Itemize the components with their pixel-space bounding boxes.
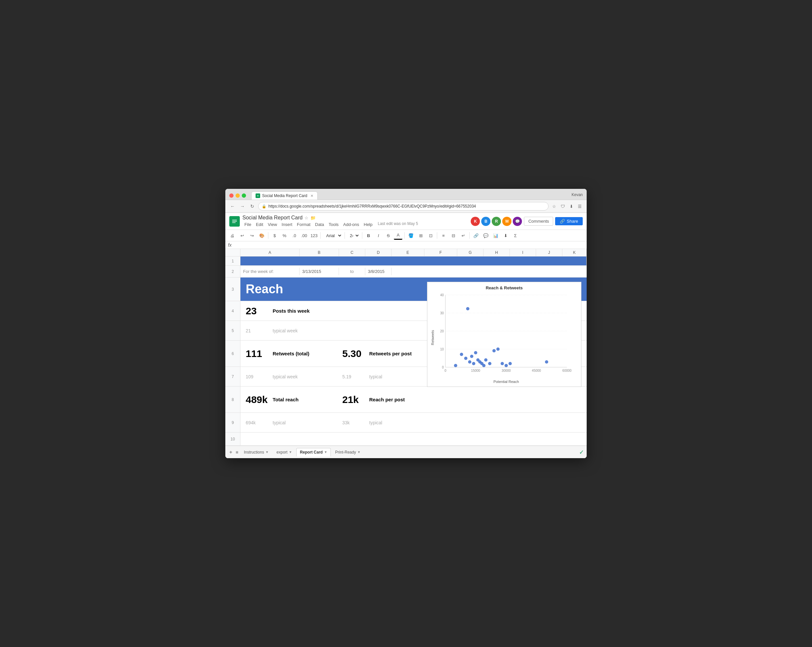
menu-file[interactable]: File (243, 221, 253, 227)
cell-10-rest (240, 433, 587, 446)
tab-print-ready[interactable]: Print-Ready ▼ (331, 448, 364, 456)
row-num-5: 5 (225, 321, 240, 340)
print-icon[interactable]: 🖨 (228, 231, 237, 240)
percent-icon[interactable]: % (280, 231, 289, 240)
menu-tools[interactable]: Tools (327, 221, 340, 227)
col-header-b[interactable]: B (299, 249, 339, 256)
col-header-f[interactable]: F (424, 249, 457, 256)
avatar-5: 💬 (513, 217, 522, 226)
bookmark-icon[interactable]: ☆ (551, 203, 558, 210)
col-header-g[interactable]: G (457, 249, 484, 256)
col-header-c[interactable]: C (339, 249, 365, 256)
tab-title: Social Media Report Card (262, 194, 307, 198)
forward-button[interactable]: → (238, 202, 246, 210)
menu-addons[interactable]: Add-ons (341, 221, 361, 227)
rpp2-typical-label: typical (369, 420, 382, 425)
separator-6 (437, 232, 437, 239)
col-header-e[interactable]: E (392, 249, 424, 256)
table-row[interactable]: 10 (225, 433, 587, 446)
rpp2-label: Reach per post (369, 397, 405, 402)
menu-help[interactable]: Help (362, 221, 374, 227)
menu-icon[interactable]: ☰ (576, 203, 583, 210)
fill-color-button[interactable]: 🪣 (407, 231, 415, 240)
redo-icon[interactable]: ↪ (248, 231, 256, 240)
link-button[interactable]: 🔗 (472, 231, 480, 240)
tab-export-arrow: ▼ (289, 450, 292, 454)
minimize-button[interactable] (235, 194, 240, 198)
table-row[interactable]: 1 (225, 256, 587, 266)
comment-button[interactable]: 💬 (482, 231, 490, 240)
filter-button[interactable]: ⬇ (501, 231, 510, 240)
menu-view[interactable]: View (266, 221, 279, 227)
url-text: https://docs.google.com/spreadsheets/d/1… (269, 204, 545, 209)
italic-button[interactable]: I (374, 231, 383, 240)
tab-instructions-label: Instructions (244, 450, 264, 455)
font-color-button[interactable]: A (394, 231, 402, 240)
table-row[interactable]: 2 For the week of: 3/13/2015 to 3/8/2015 (225, 266, 587, 278)
col-headers: A B C D E F G H I J K (225, 249, 587, 256)
table-row[interactable]: 8 489k Total reach 21k Reach per post (225, 386, 587, 413)
svg-point-22 (454, 364, 457, 367)
rpp-typical-label: typical (369, 374, 382, 379)
sheets-toolbar: 🖨 ↩ ↪ 🎨 $ % .0 .00 123 Arial 24 B I S A … (225, 230, 587, 241)
folder-icon[interactable]: 📁 (310, 215, 316, 220)
svg-point-36 (492, 349, 496, 352)
format-number-icon[interactable]: 123 (310, 231, 318, 240)
share-button[interactable]: 🔗 Share (555, 217, 583, 225)
borders-button[interactable]: ⊞ (417, 231, 425, 240)
menu-insert[interactable]: Insert (279, 221, 294, 227)
bold-button[interactable]: B (364, 231, 373, 240)
maximize-button[interactable] (242, 194, 246, 198)
sheet-menu-button[interactable]: ≡ (234, 450, 240, 455)
browser-tab[interactable]: ≡ Social Media Report Card ✕ (251, 191, 317, 200)
align-center-button[interactable]: ⊟ (449, 231, 458, 240)
col-header-h[interactable]: H (484, 249, 510, 256)
tab-export[interactable]: export ▼ (273, 448, 296, 456)
col-header-j[interactable]: J (536, 249, 562, 256)
extension-icon[interactable]: 🛡 (559, 203, 566, 210)
svg-text:45000: 45000 (532, 369, 541, 372)
font-family-selector[interactable]: Arial (322, 232, 343, 240)
download-icon[interactable]: ⬇ (568, 203, 575, 210)
col-header-k[interactable]: K (562, 249, 587, 256)
merge-button[interactable]: ⊡ (426, 231, 435, 240)
tab-report-card[interactable]: Report Card ▼ (296, 448, 331, 456)
col-header-d[interactable]: D (365, 249, 392, 256)
address-bar[interactable]: 🔒 https://docs.google.com/spreadsheets/d… (258, 202, 549, 211)
col-header-a[interactable]: A (240, 249, 299, 256)
wrap-button[interactable]: ↵ (459, 231, 467, 240)
strikethrough-button[interactable]: S (384, 231, 392, 240)
sheets-container: Social Media Report Card ☆ 📁 File Edit V… (225, 213, 587, 458)
decimal-dec-icon[interactable]: .0 (290, 231, 299, 240)
decimal-inc-icon[interactable]: .00 (300, 231, 308, 240)
back-button[interactable]: ← (229, 202, 237, 210)
totalreach-value: 489k (246, 394, 269, 405)
refresh-button[interactable]: ↻ (248, 202, 256, 210)
col-header-i[interactable]: I (510, 249, 536, 256)
menu-data[interactable]: Data (313, 221, 326, 227)
retweets-value: 111 (246, 348, 269, 359)
table-row[interactable]: 9 694k typical 33k typical (225, 413, 587, 433)
svg-point-40 (508, 362, 512, 365)
close-button[interactable] (229, 194, 234, 198)
chart-button[interactable]: 📊 (491, 231, 500, 240)
svg-point-37 (496, 348, 500, 351)
cell-1-a[interactable] (240, 256, 587, 266)
currency-icon[interactable]: $ (270, 231, 279, 240)
add-sheet-button[interactable]: + (228, 449, 234, 455)
paint-format-icon[interactable]: 🎨 (258, 231, 266, 240)
share-icon: 🔗 (560, 219, 565, 224)
separator-7 (469, 232, 470, 239)
star-icon[interactable]: ☆ (304, 215, 308, 220)
undo-icon[interactable]: ↩ (238, 231, 246, 240)
function-button[interactable]: Σ (511, 231, 520, 240)
tab-instructions[interactable]: Instructions ▼ (240, 448, 272, 456)
menu-format[interactable]: Format (295, 221, 312, 227)
align-left-button[interactable]: ≡ (439, 231, 448, 240)
browser-toolbar-icons: ☆ 🛡 ⬇ ☰ (551, 203, 583, 210)
tab-close-icon[interactable]: ✕ (310, 194, 313, 198)
svg-point-35 (488, 362, 491, 365)
comments-button[interactable]: Comments (524, 217, 553, 226)
menu-edit[interactable]: Edit (254, 221, 265, 227)
font-size-selector[interactable]: 24 (347, 232, 360, 240)
